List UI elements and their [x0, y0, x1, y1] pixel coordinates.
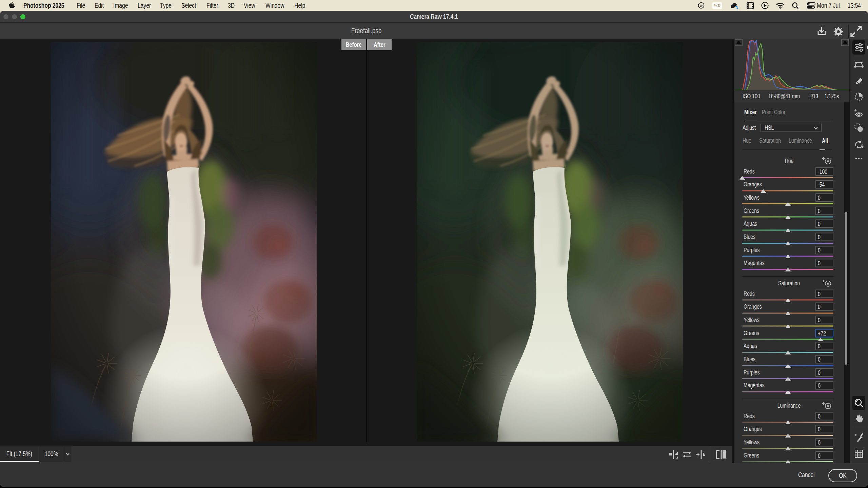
- svg-text:w: w: [699, 3, 703, 7]
